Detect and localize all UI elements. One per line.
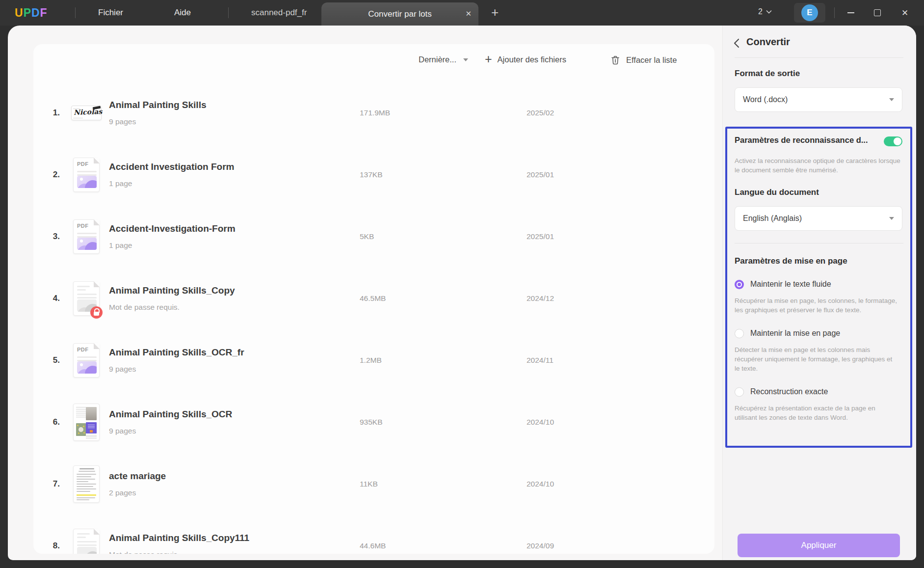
image-placeholder [77,176,97,188]
thumb-line [79,468,94,469]
file-row[interactable]: 4.Animal Painting Skills_CopyMot de pass… [33,268,714,329]
radio-icon[interactable] [735,329,744,338]
file-meta: 9 pages [109,427,344,435]
mg-elephant [86,407,97,420]
mg-photo [76,423,86,436]
file-row[interactable]: 7.acte mariage2 pages11KB2024/10 [33,453,714,515]
layout-option-description: Récupérer la mise en page, les colonnes,… [735,296,898,315]
add-files-button[interactable]: + Ajouter des fichiers [485,55,566,64]
ocr-toggle[interactable] [884,136,902,146]
file-index: 4. [43,294,60,303]
file-info: Animal Painting Skills_OCR9 pages [109,409,344,435]
maximize-button[interactable] [867,0,888,26]
output-format-label: Format de sortie [735,69,800,79]
file-row[interactable]: 8.Animal Painting Skills_Copy111Mot de p… [33,515,714,554]
file-row[interactable]: 5.PDFAnimal Painting Skills_OCR_fr9 page… [33,329,714,391]
file-name: Animal Painting Skills [109,100,344,110]
menu-fichier[interactable]: Fichier [98,8,123,18]
thumb-line [77,491,90,492]
tab-scanned-pdf[interactable]: scanned-pdf_fr [251,8,307,18]
document-language-value: English (Anglais) [743,214,802,223]
panel-divider [735,57,903,58]
radio-selected-icon[interactable] [735,280,744,289]
file-name: acte mariage [109,471,344,482]
file-index: 7. [43,479,60,489]
thumb-line [77,481,88,482]
output-format-select[interactable]: Word (.docx) [735,87,902,112]
thumb-line [77,533,90,535]
file-date: 2024/10 [527,418,554,427]
account-button[interactable]: E [794,3,825,23]
file-name: Animal Painting Skills_Copy [109,285,344,296]
content-area: Dernière... + Ajouter des fichiers Effac… [8,26,916,560]
file-date: 2025/01 [527,170,554,179]
file-row[interactable]: 2.PDFAccident Investigation Form1 page13… [33,144,714,206]
document-language-select[interactable]: English (Anglais) [735,206,902,231]
layout-settings-title: Paramètres de mise en page [735,256,847,266]
thumb-line [77,474,96,475]
tab-count-dropdown[interactable]: 2 [758,7,772,16]
file-thumbnail: PDF [71,158,102,192]
thumb-line [79,471,95,472]
toggle-knob [894,137,901,145]
file-info: Accident Investigation Form1 page [109,162,344,188]
thumbnail-magazine-page [73,404,100,441]
file-index: 3. [43,232,60,242]
apply-button[interactable]: Appliquer [738,534,900,557]
menu-aide[interactable]: Aide [174,8,191,18]
layout-option-label: Reconstruction exacte [750,387,828,396]
thumbnail-pdf-icon: PDF [73,158,100,192]
tab-count-value: 2 [758,7,763,16]
plus-icon: + [485,54,492,64]
file-date: 2024/11 [527,356,554,365]
titlebar: UPDF Fichier Aide scanned-pdf_fr Convert… [0,0,924,26]
file-name: Accident-Investigation-Form [109,223,344,234]
thumb-line [73,118,83,118]
file-size: 137KB [360,170,383,179]
tab-convertir-par-lots[interactable]: Convertir par lots ✕ [321,2,478,26]
file-row[interactable]: 3.PDFAccident-Investigation-Form1 page5K… [33,206,714,268]
file-row[interactable]: 6.Animal Painting Skills_OCR9 pages935KB… [33,391,714,453]
file-thumbnail [71,404,102,441]
thumb-line [77,356,97,358]
panel-title: Convertir [746,36,790,48]
thumb-line [77,486,93,487]
thumb-line [77,476,91,477]
logo-letter: D [31,6,40,19]
thumb-line [77,497,95,498]
file-thumbnail: Nicolas [71,106,102,120]
thumb-line [77,484,96,485]
file-list-card: Dernière... + Ajouter des fichiers Effac… [33,44,714,554]
file-info: Animal Painting Skills9 pages [109,100,344,126]
file-size: 1.2MB [360,356,382,365]
file-date: 2025/02 [527,108,554,117]
new-tab-button[interactable]: + [491,5,499,20]
file-date: 2024/10 [527,480,554,488]
file-index: 1. [43,108,60,118]
file-meta: 9 pages [109,117,344,126]
close-tab-icon[interactable]: ✕ [465,9,472,18]
layout-option-3[interactable]: Reconstruction exacte [735,386,898,398]
file-info: Animal Painting Skills_CopyMot de passe … [109,285,344,312]
image-placeholder [77,547,97,554]
close-window-button[interactable]: ✕ [894,0,916,26]
mg-poster [86,422,97,433]
file-row[interactable]: 1.NicolasAnimal Painting Skills9 pages17… [33,82,714,144]
image-placeholder [77,361,97,374]
file-meta: Mot de passe requis. [109,550,344,554]
minimize-button[interactable] [840,0,862,26]
clear-list-button[interactable]: Effacer la liste [610,55,677,65]
thumb-line [77,171,97,172]
layout-option-2[interactable]: Maintenir la mise en page [735,327,898,339]
thumbnail-locked-doc-icon [73,529,100,554]
file-meta: 9 pages [109,365,344,374]
mg-lines2 [86,435,97,439]
sort-dropdown[interactable]: Dernière... [419,55,468,64]
layout-option-label: Maintenir la mise en page [750,329,840,338]
titlebar-divider [228,7,229,18]
radio-icon[interactable] [735,387,744,397]
layout-option-description: Détecter la mise en page et les colonnes… [735,345,898,373]
file-thumbnail: PDF [71,343,102,378]
back-chevron-icon[interactable] [734,38,739,48]
layout-option-1[interactable]: Maintenir le texte fluide [735,278,898,290]
